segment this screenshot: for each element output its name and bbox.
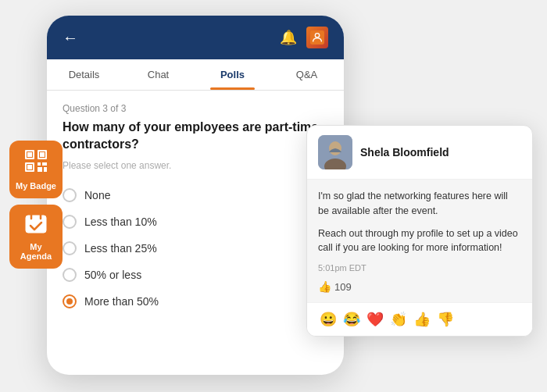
chat-timestamp: 5:01pm EDT	[318, 263, 521, 273]
svg-rect-11	[38, 162, 41, 166]
left-badges: My Badge My Agenda	[9, 141, 63, 269]
emoji-laugh[interactable]: 😂	[341, 309, 362, 330]
reaction-count: 109	[334, 281, 352, 293]
svg-rect-13	[38, 167, 42, 172]
chat-reactions: 👍 109	[318, 280, 521, 293]
poll-content: Question 3 of 3 How many of your employe…	[47, 91, 344, 327]
emoji-thumbsdown[interactable]: 👎	[435, 309, 456, 330]
radio-10[interactable]	[63, 215, 77, 229]
option-label-none: None	[84, 189, 110, 201]
radio-none[interactable]	[63, 188, 77, 202]
chat-card-header: Shela Bloomfield	[307, 126, 532, 180]
emoji-heart[interactable]: ❤️	[365, 309, 385, 330]
user-avatar-badge[interactable]	[306, 27, 328, 48]
chat-user-avatar	[318, 135, 352, 169]
radio-more50[interactable]	[63, 294, 77, 308]
emoji-thumbsup[interactable]: 👍	[412, 309, 432, 330]
radio-25[interactable]	[63, 241, 77, 255]
chat-body: I'm so glad the networking features here…	[307, 180, 532, 302]
svg-rect-14	[44, 167, 47, 172]
tab-qa[interactable]: Q&A	[270, 59, 344, 90]
chat-user-name: Shela Bloomfield	[360, 146, 449, 159]
tab-details[interactable]: Details	[47, 59, 121, 90]
thumbs-up-reaction[interactable]: 👍	[318, 280, 331, 293]
poll-option-25[interactable]: Less than 25%	[63, 235, 328, 262]
tab-chat[interactable]: Chat	[121, 59, 195, 90]
my-agenda-label: My Agenda	[16, 242, 56, 261]
question-counter: Question 3 of 3	[63, 103, 328, 114]
svg-rect-12	[42, 162, 47, 166]
svg-rect-7	[40, 152, 45, 157]
emoji-reaction-bar: 😀 😂 ❤️ 👏 👍 👎	[307, 302, 532, 336]
emoji-smile[interactable]: 😀	[318, 309, 338, 330]
tab-polls[interactable]: Polls	[195, 59, 270, 90]
bell-icon[interactable]: 🔔	[280, 29, 297, 46]
option-label-50: 50% or less	[84, 269, 141, 281]
poll-option-more50[interactable]: More than 50%	[63, 288, 328, 315]
select-hint: Please select one answer.	[63, 160, 328, 171]
my-agenda-button[interactable]: My Agenda	[9, 205, 63, 269]
poll-option-10[interactable]: Less than 10%	[63, 208, 328, 235]
radio-50[interactable]	[63, 268, 77, 282]
phone-frame: ← 🔔 Details Chat Polls Q&A Question 3 of…	[47, 16, 344, 375]
qr-icon	[23, 148, 48, 178]
svg-rect-17	[26, 219, 46, 222]
my-badge-button[interactable]: My Badge	[9, 141, 63, 198]
poll-option-50[interactable]: 50% or less	[63, 262, 328, 288]
option-label-more50: More than 50%	[84, 295, 159, 308]
question-text: How many of your employees are part-time…	[63, 119, 328, 154]
chat-message-1: I'm so glad the networking features here…	[318, 189, 521, 219]
back-button[interactable]: ←	[63, 29, 78, 47]
navigation-tabs: Details Chat Polls Q&A	[47, 59, 344, 91]
header-icons: 🔔	[280, 27, 328, 48]
svg-rect-10	[27, 165, 32, 169]
chat-message-2: Reach out through my profile to set up a…	[318, 226, 521, 256]
option-label-10: Less than 10%	[84, 216, 157, 228]
chat-card: Shela Bloomfield I'm so glad the network…	[306, 125, 533, 337]
poll-option-none[interactable]: None	[63, 182, 328, 208]
emoji-clap[interactable]: 👏	[388, 309, 409, 330]
phone-header: ← 🔔	[47, 16, 344, 59]
my-badge-label: My Badge	[16, 181, 56, 191]
option-label-25: Less than 25%	[84, 242, 157, 255]
svg-rect-4	[27, 152, 32, 157]
calendar-icon	[25, 212, 47, 239]
